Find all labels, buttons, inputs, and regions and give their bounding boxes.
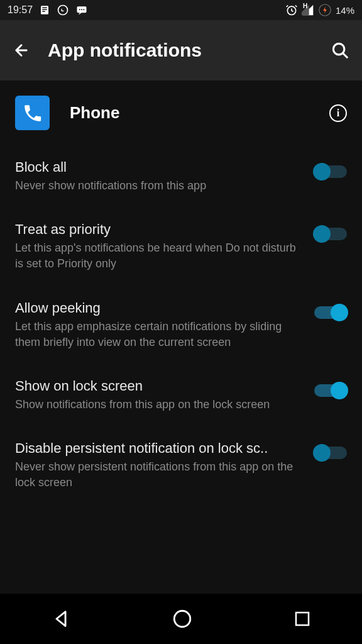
setting-desc: Never show notifications from this app [15, 178, 302, 194]
setting-title: Allow peeking [15, 300, 302, 316]
status-left: 19:57 [8, 4, 88, 16]
app-name-label: Phone [70, 103, 329, 123]
svg-rect-2 [42, 9, 47, 11]
nav-back-button[interactable] [50, 608, 72, 630]
nav-bar [0, 594, 362, 644]
battery-percent: 14% [336, 5, 354, 16]
toggle-block-all[interactable] [314, 165, 347, 178]
svg-rect-3 [42, 11, 45, 13]
signal-icon: H [302, 4, 314, 16]
setting-disable-persistent[interactable]: Disable persistent notification on lock … [0, 426, 362, 504]
battery-icon [318, 3, 332, 17]
setting-title: Treat as priority [15, 221, 302, 238]
toggle-show-lock-screen[interactable] [314, 384, 347, 397]
svg-point-8 [83, 9, 84, 10]
setting-allow-peeking[interactable]: Allow peeking Let this app emphasize cer… [0, 286, 362, 364]
setting-desc: Let this app's notifications be heard wh… [15, 240, 302, 272]
nav-home-button[interactable] [172, 608, 193, 630]
setting-title: Block all [15, 159, 302, 175]
alarm-icon [285, 4, 298, 16]
status-time: 19:57 [8, 4, 33, 16]
svg-point-6 [79, 9, 80, 10]
svg-point-7 [81, 9, 82, 10]
content: Phone i Block all Never show notificatio… [0, 80, 362, 505]
nav-recents-button[interactable] [293, 609, 312, 628]
back-button[interactable] [13, 42, 30, 59]
status-bar: 19:57 H 14% [0, 0, 362, 20]
setting-show-lock-screen[interactable]: Show on lock screen Show notifications f… [0, 364, 362, 426]
page-title: App notifications [48, 40, 331, 61]
bbm-icon [75, 4, 88, 16]
toggle-treat-priority[interactable] [314, 228, 347, 240]
setting-treat-priority[interactable]: Treat as priority Let this app's notific… [0, 208, 362, 286]
app-header: Phone i [0, 80, 362, 145]
svg-rect-13 [296, 613, 309, 625]
search-button[interactable] [331, 41, 349, 60]
setting-title: Disable persistent notification on lock … [15, 440, 302, 457]
setting-title: Show on lock screen [15, 378, 302, 394]
status-right: H 14% [285, 3, 354, 17]
toggle-disable-persistent[interactable] [314, 447, 347, 459]
info-button[interactable]: i [329, 104, 347, 122]
setting-desc: Show notifications from this app on the … [15, 397, 302, 413]
app-bar: App notifications [0, 20, 362, 80]
svg-rect-1 [42, 8, 47, 9]
setting-block-all[interactable]: Block all Never show notifications from … [0, 145, 362, 208]
setting-desc: Never show persistent notifications from… [15, 459, 302, 491]
svg-point-4 [58, 6, 68, 15]
phone-app-icon [15, 96, 50, 130]
whatsapp-icon [57, 4, 69, 16]
svg-point-12 [174, 611, 190, 627]
toggle-allow-peeking[interactable] [314, 306, 347, 319]
notification-icon [39, 4, 50, 16]
setting-desc: Let this app emphasize certain notificat… [15, 319, 302, 350]
